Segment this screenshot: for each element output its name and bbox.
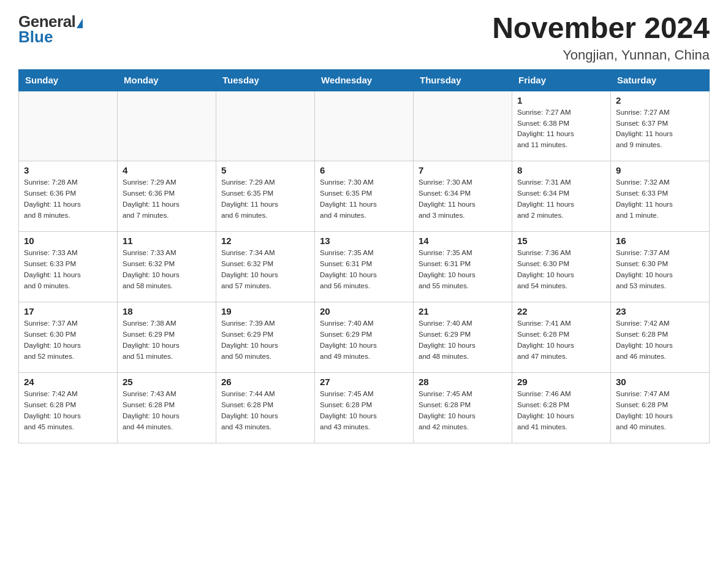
calendar-cell: 28Sunrise: 7:45 AMSunset: 6:28 PMDayligh… bbox=[414, 373, 512, 443]
calendar-cell: 9Sunrise: 7:32 AMSunset: 6:33 PMDaylight… bbox=[611, 161, 710, 232]
day-number: 24 bbox=[24, 377, 112, 387]
sun-info: Sunrise: 7:44 AMSunset: 6:28 PMDaylight:… bbox=[221, 389, 309, 432]
header-cell-wednesday: Wednesday bbox=[315, 69, 414, 91]
calendar-cell bbox=[216, 91, 315, 161]
calendar-cell: 30Sunrise: 7:47 AMSunset: 6:28 PMDayligh… bbox=[611, 373, 710, 443]
calendar-cell: 2Sunrise: 7:27 AMSunset: 6:37 PMDaylight… bbox=[611, 91, 710, 161]
day-number: 14 bbox=[419, 236, 507, 246]
day-number: 27 bbox=[320, 377, 408, 387]
calendar-cell: 11Sunrise: 7:33 AMSunset: 6:32 PMDayligh… bbox=[118, 232, 216, 302]
sun-info: Sunrise: 7:35 AMSunset: 6:31 PMDaylight:… bbox=[320, 248, 408, 291]
day-number: 6 bbox=[320, 165, 408, 175]
day-number: 11 bbox=[123, 236, 211, 246]
sun-info: Sunrise: 7:34 AMSunset: 6:32 PMDaylight:… bbox=[221, 248, 309, 291]
header-cell-saturday: Saturday bbox=[611, 69, 710, 91]
header-row: SundayMondayTuesdayWednesdayThursdayFrid… bbox=[19, 69, 710, 91]
calendar-cell: 20Sunrise: 7:40 AMSunset: 6:29 PMDayligh… bbox=[315, 302, 414, 373]
sun-info: Sunrise: 7:33 AMSunset: 6:32 PMDaylight:… bbox=[123, 248, 211, 291]
day-number: 23 bbox=[616, 306, 704, 316]
sun-info: Sunrise: 7:36 AMSunset: 6:30 PMDaylight:… bbox=[517, 248, 605, 291]
calendar-cell bbox=[118, 91, 216, 161]
calendar-cell: 1Sunrise: 7:27 AMSunset: 6:38 PMDaylight… bbox=[512, 91, 611, 161]
day-number: 28 bbox=[419, 377, 507, 387]
day-number: 22 bbox=[517, 306, 605, 316]
day-number: 20 bbox=[320, 306, 408, 316]
sun-info: Sunrise: 7:28 AMSunset: 6:36 PMDaylight:… bbox=[24, 177, 112, 221]
day-number: 19 bbox=[221, 306, 309, 316]
header-cell-thursday: Thursday bbox=[414, 69, 512, 91]
sun-info: Sunrise: 7:39 AMSunset: 6:29 PMDaylight:… bbox=[221, 318, 309, 362]
sun-info: Sunrise: 7:46 AMSunset: 6:28 PMDaylight:… bbox=[517, 389, 605, 432]
calendar-cell: 17Sunrise: 7:37 AMSunset: 6:30 PMDayligh… bbox=[19, 302, 118, 373]
calendar-cell: 10Sunrise: 7:33 AMSunset: 6:33 PMDayligh… bbox=[19, 232, 118, 302]
sun-info: Sunrise: 7:29 AMSunset: 6:36 PMDaylight:… bbox=[123, 177, 211, 221]
week-row-4: 17Sunrise: 7:37 AMSunset: 6:30 PMDayligh… bbox=[19, 302, 710, 373]
sun-info: Sunrise: 7:38 AMSunset: 6:29 PMDaylight:… bbox=[123, 318, 211, 362]
calendar-body: 1Sunrise: 7:27 AMSunset: 6:38 PMDaylight… bbox=[19, 91, 710, 443]
calendar-cell: 27Sunrise: 7:45 AMSunset: 6:28 PMDayligh… bbox=[315, 373, 414, 443]
week-row-3: 10Sunrise: 7:33 AMSunset: 6:33 PMDayligh… bbox=[19, 232, 710, 302]
day-number: 29 bbox=[517, 377, 605, 387]
sun-info: Sunrise: 7:33 AMSunset: 6:33 PMDaylight:… bbox=[24, 248, 112, 291]
sun-info: Sunrise: 7:45 AMSunset: 6:28 PMDaylight:… bbox=[320, 389, 408, 432]
logo-triangle-icon bbox=[77, 18, 83, 28]
day-number: 2 bbox=[616, 95, 704, 105]
day-number: 30 bbox=[616, 377, 704, 387]
sun-info: Sunrise: 7:37 AMSunset: 6:30 PMDaylight:… bbox=[616, 248, 704, 291]
day-number: 17 bbox=[24, 306, 112, 316]
day-number: 21 bbox=[419, 306, 507, 316]
calendar-header: SundayMondayTuesdayWednesdayThursdayFrid… bbox=[19, 69, 710, 91]
day-number: 12 bbox=[221, 236, 309, 246]
header-cell-friday: Friday bbox=[512, 69, 611, 91]
month-title: November 2024 bbox=[492, 12, 710, 45]
calendar-cell: 19Sunrise: 7:39 AMSunset: 6:29 PMDayligh… bbox=[216, 302, 315, 373]
title-block: November 2024 Yongjian, Yunnan, China bbox=[492, 12, 710, 63]
logo: General Blue bbox=[18, 12, 83, 47]
calendar-cell: 5Sunrise: 7:29 AMSunset: 6:35 PMDaylight… bbox=[216, 161, 315, 232]
logo-blue-text: Blue bbox=[18, 28, 53, 47]
day-number: 13 bbox=[320, 236, 408, 246]
page-header: General Blue November 2024 Yongjian, Yun… bbox=[18, 12, 710, 63]
calendar-cell: 15Sunrise: 7:36 AMSunset: 6:30 PMDayligh… bbox=[512, 232, 611, 302]
day-number: 10 bbox=[24, 236, 112, 246]
day-number: 7 bbox=[419, 165, 507, 175]
sun-info: Sunrise: 7:35 AMSunset: 6:31 PMDaylight:… bbox=[419, 248, 507, 291]
sun-info: Sunrise: 7:42 AMSunset: 6:28 PMDaylight:… bbox=[24, 389, 112, 432]
sun-info: Sunrise: 7:40 AMSunset: 6:29 PMDaylight:… bbox=[419, 318, 507, 362]
day-number: 5 bbox=[221, 165, 309, 175]
header-cell-tuesday: Tuesday bbox=[216, 69, 315, 91]
calendar-cell: 16Sunrise: 7:37 AMSunset: 6:30 PMDayligh… bbox=[611, 232, 710, 302]
sun-info: Sunrise: 7:37 AMSunset: 6:30 PMDaylight:… bbox=[24, 318, 112, 362]
week-row-2: 3Sunrise: 7:28 AMSunset: 6:36 PMDaylight… bbox=[19, 161, 710, 232]
header-cell-sunday: Sunday bbox=[19, 69, 118, 91]
sun-info: Sunrise: 7:43 AMSunset: 6:28 PMDaylight:… bbox=[123, 389, 211, 432]
day-number: 8 bbox=[517, 165, 605, 175]
calendar-cell: 25Sunrise: 7:43 AMSunset: 6:28 PMDayligh… bbox=[118, 373, 216, 443]
calendar-cell: 13Sunrise: 7:35 AMSunset: 6:31 PMDayligh… bbox=[315, 232, 414, 302]
calendar-cell: 14Sunrise: 7:35 AMSunset: 6:31 PMDayligh… bbox=[414, 232, 512, 302]
sun-info: Sunrise: 7:30 AMSunset: 6:35 PMDaylight:… bbox=[320, 177, 408, 221]
calendar-cell: 24Sunrise: 7:42 AMSunset: 6:28 PMDayligh… bbox=[19, 373, 118, 443]
sun-info: Sunrise: 7:41 AMSunset: 6:28 PMDaylight:… bbox=[517, 318, 605, 362]
day-number: 15 bbox=[517, 236, 605, 246]
calendar-cell: 18Sunrise: 7:38 AMSunset: 6:29 PMDayligh… bbox=[118, 302, 216, 373]
sun-info: Sunrise: 7:45 AMSunset: 6:28 PMDaylight:… bbox=[419, 389, 507, 432]
calendar-cell: 3Sunrise: 7:28 AMSunset: 6:36 PMDaylight… bbox=[19, 161, 118, 232]
sun-info: Sunrise: 7:40 AMSunset: 6:29 PMDaylight:… bbox=[320, 318, 408, 362]
sun-info: Sunrise: 7:42 AMSunset: 6:28 PMDaylight:… bbox=[616, 318, 704, 362]
calendar-cell: 4Sunrise: 7:29 AMSunset: 6:36 PMDaylight… bbox=[118, 161, 216, 232]
day-number: 25 bbox=[123, 377, 211, 387]
day-number: 18 bbox=[123, 306, 211, 316]
sun-info: Sunrise: 7:32 AMSunset: 6:33 PMDaylight:… bbox=[616, 177, 704, 221]
calendar-cell: 8Sunrise: 7:31 AMSunset: 6:34 PMDaylight… bbox=[512, 161, 611, 232]
location-title: Yongjian, Yunnan, China bbox=[492, 47, 710, 63]
calendar-table: SundayMondayTuesdayWednesdayThursdayFrid… bbox=[18, 69, 710, 444]
day-number: 1 bbox=[517, 95, 605, 105]
sun-info: Sunrise: 7:27 AMSunset: 6:37 PMDaylight:… bbox=[616, 107, 704, 151]
sun-info: Sunrise: 7:31 AMSunset: 6:34 PMDaylight:… bbox=[517, 177, 605, 221]
sun-info: Sunrise: 7:27 AMSunset: 6:38 PMDaylight:… bbox=[517, 107, 605, 151]
calendar-cell bbox=[315, 91, 414, 161]
calendar-cell bbox=[19, 91, 118, 161]
sun-info: Sunrise: 7:29 AMSunset: 6:35 PMDaylight:… bbox=[221, 177, 309, 221]
sun-info: Sunrise: 7:47 AMSunset: 6:28 PMDaylight:… bbox=[616, 389, 704, 432]
